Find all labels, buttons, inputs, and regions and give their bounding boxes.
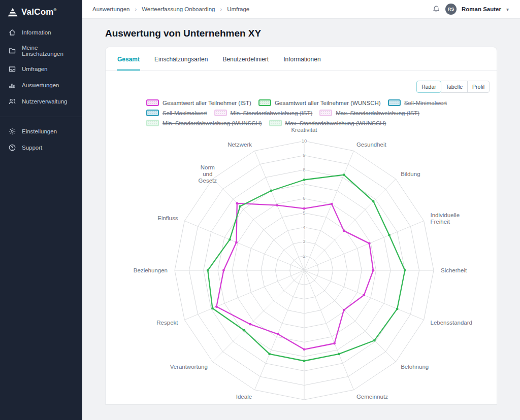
legend-item-max-standardabweichung-ist[interactable]: Max. Standardabweichung (IST) [319, 110, 419, 116]
radar-axis-label-beziehungen: Beziehungen [134, 267, 168, 273]
bar-chart-icon [8, 81, 16, 89]
radar-tick-label: 10 [302, 138, 307, 144]
chevron-down-icon[interactable]: ▾ [506, 7, 509, 12]
topbar: Auswertungen›Werteerfassung Onboarding›U… [82, 0, 520, 19]
radar-point-gesamtwert-aller-teilnehmer-ist-lebensstandard [363, 294, 365, 296]
valcom-logo-icon [7, 8, 18, 17]
legend-swatch [146, 99, 159, 106]
legend-swatch [258, 99, 271, 106]
radar-axis-label-einfluss: Einfluss [157, 215, 178, 221]
radar-axis-label-bildung: Bildung [401, 171, 420, 177]
inbox-icon [8, 65, 16, 73]
breadcrumb: Auswertungen›Werteerfassung Onboarding›U… [92, 6, 249, 12]
radar-axis-label-sicherheit: Sicherheit [441, 267, 467, 273]
bell-icon[interactable] [432, 5, 440, 13]
radar-grid-spoke [304, 270, 354, 390]
view-button-tabelle[interactable]: Tabelle [441, 81, 468, 93]
sidebar-item-label: Information [22, 29, 51, 36]
sidebar-item-umfragen[interactable]: Umfragen [0, 61, 82, 77]
radar-axis-label-gesundheit: Gesundheit [356, 142, 387, 148]
legend-item-gesamtwert-aller-teilnehmer-wunsch[interactable]: Gesamtwert aller Teilnehmer (WUNSCH) [258, 99, 381, 106]
radar-grid-spoke [213, 179, 304, 270]
breadcrumb-auswertungen[interactable]: Auswertungen [92, 6, 130, 12]
tab-informationen[interactable]: Informationen [283, 47, 321, 71]
radar-tick-label: 4 [303, 224, 305, 230]
radar-point-gesamtwert-aller-teilnehmer-ist-bildung [343, 230, 345, 232]
sidebar-item-label: Einstellungen [22, 128, 57, 134]
radar-point-gesamtwert-aller-teilnehmer-wunsch-netzwerk [270, 190, 273, 192]
tab-benutzerdefiniert[interactable]: Benutzerdefiniert [222, 47, 269, 71]
radar-point-gesamtwert-aller-teilnehmer-wunsch-norm-und-gesetz [239, 205, 241, 207]
radar-grid-spoke [304, 221, 424, 270]
radar-point-gesamtwert-aller-teilnehmer-ist-einfluss [235, 241, 238, 243]
brand[interactable]: ValCom® [0, 5, 82, 24]
legend-item-soll-maximalwert[interactable]: Soll-Maximalwert [146, 110, 207, 116]
radar-point-gesamtwert-aller-teilnehmer-ist-gemeinnutz [333, 342, 336, 345]
legend-item-gesamtwert-aller-teilnehmer-ist[interactable]: Gesamtwert aller Teilnehmer (IST) [146, 99, 251, 106]
legend-label: Gesamtwert aller Teilnehmer (WUNSCH) [275, 100, 381, 106]
radar-grid-spoke [304, 270, 396, 362]
radar-point-gesamtwert-aller-teilnehmer-wunsch-bildung [372, 200, 375, 202]
view-button-radar[interactable]: Radar [416, 81, 441, 93]
brand-registered-mark: ® [54, 8, 57, 12]
breadcrumb-separator-icon: › [220, 6, 222, 12]
radar-point-gesamtwert-aller-teilnehmer-wunsch-einfluss [229, 238, 231, 241]
radar-point-gesamtwert-aller-teilnehmer-wunsch-beziehungen [207, 269, 209, 272]
radar-grid-spoke [213, 270, 304, 362]
radar-point-gesamtwert-aller-teilnehmer-wunsch-ideale [268, 353, 271, 356]
sidebar-item-label: Umfragen [22, 66, 48, 72]
radar-point-gesamtwert-aller-teilnehmer-ist-norm-und-gesetz [236, 202, 238, 204]
radar-point-gesamtwert-aller-teilnehmer-wunsch-lebensstandard [396, 308, 399, 310]
legend-swatch [214, 110, 227, 116]
radar-grid-spoke [184, 221, 304, 270]
radar-tick-label: 5 [303, 210, 305, 216]
help-icon [8, 144, 16, 152]
radar-point-gesamtwert-aller-teilnehmer-wunsch-respekt [211, 307, 214, 309]
sidebar-item-label: Auswertungen [22, 82, 59, 88]
radar-axis-label-norm-und-gesetz: NormundGesetz [199, 164, 217, 184]
sidebar-item-meine-einsch-tzungen[interactable]: Meine Einschätzungen [0, 41, 82, 61]
sidebar-item-auswertungen[interactable]: Auswertungen [0, 77, 82, 93]
radar-point-gesamtwert-aller-teilnehmer-ist-netzwerk [276, 204, 279, 206]
tab-gesamt[interactable]: Gesamt [117, 47, 140, 71]
sidebar-item-einstellungen[interactable]: Einstellungen [0, 123, 82, 139]
breadcrumb-umfrage[interactable]: Umfrage [227, 6, 249, 12]
avatar[interactable]: RS [445, 4, 457, 15]
chart-legend: Gesamtwert aller Teilnehmer (IST)Gesamtw… [146, 99, 456, 130]
legend-swatch [269, 120, 282, 126]
legend-label: Gesamtwert aller Teilnehmer (IST) [162, 100, 251, 106]
radar-point-gesamtwert-aller-teilnehmer-wunsch-verantwortung [243, 329, 245, 332]
tab-einsch-tzungsarten[interactable]: Einschätzungsarten [154, 47, 208, 71]
view-button-profil[interactable]: Profil [467, 81, 490, 93]
users-icon [8, 97, 16, 106]
view-toggle: RadarTabelleProfil [416, 81, 490, 93]
radar-grid-spoke [304, 179, 396, 270]
legend-item-min-standardabweichung-wunsch[interactable]: Min. Standardabweichung (WUNSCH) [146, 120, 262, 126]
radar-tick-label: 3 [303, 238, 305, 244]
home-icon [8, 28, 16, 37]
content: Auswertung von Unternehmen XY GesamtEins… [82, 19, 520, 420]
legend-item-soll-minimalwert[interactable]: Soll-Minimalwert [388, 99, 447, 106]
legend-swatch [388, 99, 401, 106]
radar-axis-label-ideale: Ideale [236, 394, 252, 400]
legend-item-min-standardabweichung-ist[interactable]: Min. Standardabweichung (IST) [214, 110, 313, 116]
radar-tick-label: 7 [303, 181, 305, 187]
sidebar-item-nutzerverwaltung[interactable]: Nutzerverwaltung [0, 93, 82, 110]
user-name[interactable]: Roman Sauter [462, 6, 501, 12]
radar-axis-label-verantwortung: Verantwortung [170, 364, 208, 370]
legend-label: Max. Standardabweichung (WUNSCH) [285, 120, 386, 126]
sidebar-item-label: Meine Einschätzungen [22, 45, 74, 57]
radar-tick-label: 8 [303, 167, 305, 172]
breadcrumb-werteerfassung-onboarding[interactable]: Werteerfassung Onboarding [142, 6, 215, 12]
legend-swatch [319, 110, 332, 116]
brand-name: ValCom® [21, 7, 57, 17]
sidebar-item-information[interactable]: Information [0, 24, 82, 41]
radar-point-gesamtwert-aller-teilnehmer-wunsch-familie [303, 360, 306, 362]
sidebar-item-support[interactable]: Support [0, 139, 82, 156]
gear-icon [8, 127, 16, 135]
radar-point-gesamtwert-aller-teilnehmer-ist-gesundheit [331, 203, 333, 205]
legend-label: Min. Standardabweichung (WUNSCH) [162, 120, 262, 126]
radar-point-gesamtwert-aller-teilnehmer-ist-ideale [277, 333, 279, 335]
legend-item-max-standardabweichung-wunsch[interactable]: Max. Standardabweichung (WUNSCH) [269, 120, 386, 126]
legend-swatch [146, 110, 159, 116]
